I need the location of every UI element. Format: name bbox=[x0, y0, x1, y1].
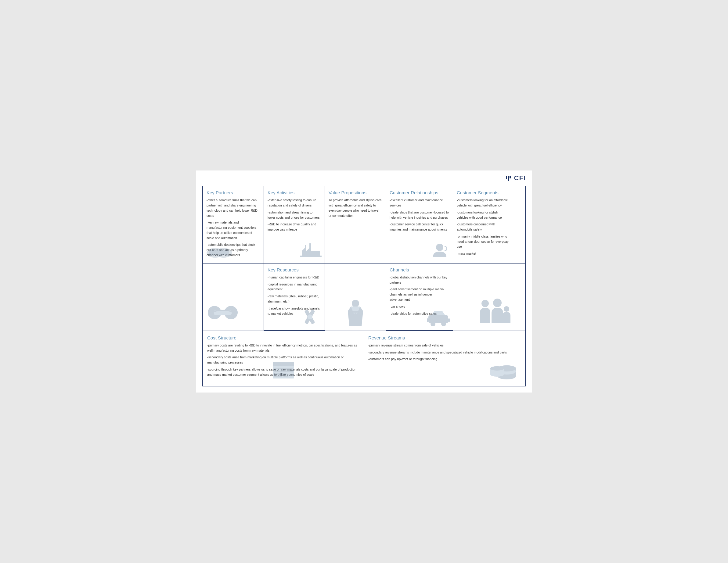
svg-point-32 bbox=[481, 300, 489, 307]
cr-item-2: -dealerships that are customer-focused t… bbox=[390, 210, 449, 220]
rev-item-2: -secondary revenue streams include maint… bbox=[368, 350, 521, 355]
svg-rect-30 bbox=[427, 318, 428, 322]
key-partners-header: Key Partners bbox=[207, 190, 260, 195]
ch-item-3: -car shows bbox=[390, 304, 449, 309]
customer-relationships-body: -excellent customer and maintenance serv… bbox=[390, 198, 449, 232]
spreadsheet-icon bbox=[271, 360, 296, 381]
cs-item-4: -primarily middle-class families who nee… bbox=[457, 234, 510, 249]
key-activities-body: -extensive safety testing to ensure repu… bbox=[268, 198, 321, 232]
svg-point-4 bbox=[223, 250, 229, 256]
svg-rect-41 bbox=[283, 376, 288, 377]
revenue-streams-cell: Revenue Streams -primary revenue stream … bbox=[364, 331, 525, 386]
cs-item-3: -customers concerned with automobile saf… bbox=[457, 222, 510, 232]
value-propositions-text: To provide affordable and stylish cars w… bbox=[329, 198, 382, 218]
svg-rect-37 bbox=[274, 368, 293, 369]
rev-item-1: -primary revenue stream comes from sale … bbox=[368, 343, 521, 348]
key-activities-item-2: -automation and streamlining to lower co… bbox=[268, 210, 321, 220]
customer-relationships-header: Customer Relationships bbox=[390, 190, 449, 195]
factory-icon bbox=[300, 244, 322, 260]
svg-rect-11 bbox=[312, 253, 315, 256]
svg-rect-13 bbox=[309, 244, 311, 251]
svg-rect-40 bbox=[274, 376, 282, 377]
svg-point-19 bbox=[232, 312, 236, 316]
svg-rect-27 bbox=[428, 315, 448, 323]
key-partners-item-1: -other automotive firms that we can part… bbox=[207, 198, 260, 218]
coins-icon bbox=[488, 355, 519, 381]
svg-point-51 bbox=[490, 366, 504, 370]
svg-rect-24 bbox=[352, 311, 359, 312]
key-activities-item-1: -extensive safety testing to ensure repu… bbox=[268, 198, 321, 208]
cs-item-5: -mass market bbox=[457, 251, 510, 256]
customer-segments-body: -customers looking for an affordable veh… bbox=[457, 198, 510, 256]
key-partners-icon-cell bbox=[203, 264, 264, 330]
suit-icon bbox=[343, 299, 368, 327]
cost-item-1: -primary costs are relating to R&D to in… bbox=[207, 343, 359, 353]
channels-cell: Channels -global distribution channels w… bbox=[386, 264, 453, 330]
tools-icon bbox=[299, 308, 322, 327]
customer-segments-icon-cell bbox=[453, 264, 514, 330]
svg-point-33 bbox=[493, 298, 502, 307]
cs-item-1: -customers looking for an affordable veh… bbox=[457, 198, 510, 208]
key-partners-item-2: -key raw materials and manufacturing equ… bbox=[207, 220, 260, 240]
svg-rect-8 bbox=[300, 256, 322, 257]
business-model-canvas: Key Partners -other automotive firms tha… bbox=[202, 186, 526, 386]
revenue-streams-header: Revenue Streams bbox=[368, 335, 521, 340]
svg-point-22 bbox=[308, 314, 312, 319]
svg-rect-36 bbox=[273, 362, 294, 366]
channels-header: Channels bbox=[390, 267, 449, 273]
kr-item-3: -raw materials (steel, rubber, plastic, … bbox=[268, 294, 321, 304]
customer-service-icon bbox=[430, 242, 450, 260]
cr-item-3: -customer service call center for quick … bbox=[390, 222, 449, 232]
svg-rect-12 bbox=[305, 245, 306, 251]
svg-point-23 bbox=[352, 300, 359, 307]
logo-bars bbox=[506, 176, 511, 181]
cost-structure-header: Cost Structure bbox=[207, 335, 359, 340]
family-icon bbox=[478, 297, 511, 326]
key-partners-cell: Key Partners -other automotive firms tha… bbox=[203, 186, 264, 263]
svg-rect-25 bbox=[353, 313, 358, 315]
key-resources-cell: Key Resources -human capital in engineer… bbox=[264, 264, 325, 330]
ch-item-1: -global distribution channels with our k… bbox=[390, 275, 449, 285]
value-propositions-body: To provide affordable and stylish cars w… bbox=[329, 198, 382, 218]
cs-item-2: -customers looking for stylish vehicles … bbox=[457, 210, 510, 220]
value-propositions-icon-cell bbox=[325, 264, 386, 330]
value-propositions-header: Value Propositions bbox=[329, 190, 382, 195]
svg-rect-10 bbox=[308, 253, 310, 256]
key-activities-header: Key Activities bbox=[268, 190, 321, 195]
handshake-icon-large bbox=[206, 299, 240, 324]
svg-point-18 bbox=[209, 312, 214, 316]
svg-rect-31 bbox=[448, 318, 450, 322]
svg-point-34 bbox=[504, 306, 509, 312]
logo-text: CFI bbox=[514, 174, 526, 182]
customer-relationships-cell: Customer Relationships -excellent custom… bbox=[386, 186, 453, 263]
svg-rect-39 bbox=[274, 373, 287, 375]
cr-item-1: -excellent customer and maintenance serv… bbox=[390, 198, 449, 208]
svg-point-3 bbox=[209, 250, 215, 256]
kr-item-1: -human capital in engineers for R&D bbox=[268, 275, 321, 280]
cost-structure-cell: Cost Structure -primary costs are relati… bbox=[203, 331, 364, 386]
svg-point-14 bbox=[436, 244, 443, 251]
value-propositions-cell: Value Propositions To provide affordable… bbox=[325, 186, 386, 263]
svg-rect-26 bbox=[354, 316, 357, 317]
key-activities-item-3: -R&D to increase drive quality and impro… bbox=[268, 222, 321, 232]
key-activities-cell: Key Activities -extensive safety testing… bbox=[264, 186, 325, 263]
logo: CFI bbox=[506, 174, 526, 182]
customer-segments-header: Customer Segments bbox=[457, 190, 510, 195]
page: CFI Key Partners -other automotive firms… bbox=[196, 171, 532, 392]
svg-rect-38 bbox=[274, 370, 293, 372]
handshake-icon bbox=[205, 241, 233, 261]
svg-rect-9 bbox=[303, 253, 306, 256]
customer-segments-cell: Customer Segments -customers looking for… bbox=[453, 186, 514, 263]
car-icon bbox=[427, 309, 450, 327]
key-resources-header: Key Resources bbox=[268, 267, 321, 273]
bottom-section: Cost Structure -primary costs are relati… bbox=[203, 331, 525, 386]
kr-item-2: -capital resources in manufacturing equi… bbox=[268, 282, 321, 292]
ch-item-2: -paid advertisement on multiple media ch… bbox=[390, 287, 449, 302]
